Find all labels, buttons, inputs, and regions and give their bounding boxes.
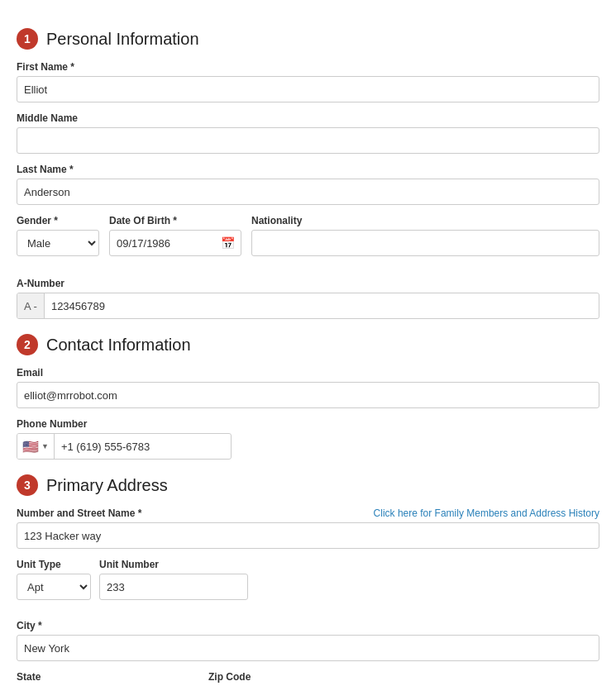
- middle-name-group: Middle Name: [17, 112, 599, 154]
- a-number-input[interactable]: [45, 293, 599, 318]
- zip-label: Zip Code: [208, 671, 599, 683]
- email-label: Email: [17, 367, 599, 379]
- personal-info-title: Personal Information: [46, 30, 199, 49]
- email-group: Email: [17, 367, 599, 408]
- dob-input[interactable]: [109, 230, 241, 256]
- city-group: City *: [17, 620, 599, 661]
- middle-name-input[interactable]: [17, 127, 599, 154]
- nationality-group: Nationality: [251, 215, 599, 256]
- state-group: State New York California Texas Florida: [17, 671, 198, 686]
- last-name-input[interactable]: [17, 179, 599, 205]
- unit-number-label: Unit Number: [99, 559, 248, 570]
- gender-group: Gender * Male Female Other: [17, 215, 99, 256]
- zip-group: Zip Code: [208, 671, 599, 686]
- street-group: Number and Street Name * Click here for …: [17, 507, 599, 549]
- family-members-link[interactable]: Click here for Family Members and Addres…: [374, 507, 599, 519]
- unit-row: Unit Type Apt Suite Unit Floor Unit Numb…: [17, 559, 599, 610]
- flag-chevron-icon: ▼: [41, 442, 49, 450]
- phone-input[interactable]: [55, 434, 231, 459]
- a-number-wrapper: A -: [17, 293, 599, 319]
- last-name-group: Last Name *: [17, 164, 599, 205]
- gender-label: Gender *: [17, 215, 99, 226]
- unit-type-group: Unit Type Apt Suite Unit Floor: [17, 559, 91, 600]
- nationality-input[interactable]: [251, 230, 599, 256]
- last-name-label: Last Name *: [17, 164, 599, 175]
- first-name-label: First Name *: [17, 61, 599, 73]
- city-label: City *: [17, 620, 599, 631]
- street-label: Number and Street Name *: [17, 507, 141, 519]
- phone-wrapper: 🇺🇸 ▼: [17, 433, 232, 460]
- section-3-number: 3: [17, 474, 38, 496]
- dob-group: Date Of Birth * 📅: [109, 215, 241, 256]
- state-zip-row: State New York California Texas Florida …: [17, 671, 599, 686]
- unit-type-select[interactable]: Apt Suite Unit Floor: [17, 574, 91, 600]
- contact-info-title: Contact Information: [46, 336, 191, 355]
- first-name-input[interactable]: [17, 76, 599, 102]
- street-header-row: Number and Street Name * Click here for …: [17, 507, 599, 519]
- phone-flag-button[interactable]: 🇺🇸 ▼: [17, 434, 55, 459]
- phone-label: Phone Number: [17, 418, 599, 430]
- phone-group: Phone Number 🇺🇸 ▼: [17, 418, 599, 460]
- middle-name-label: Middle Name: [17, 112, 599, 124]
- a-number-label: A-Number: [17, 278, 599, 289]
- us-flag-icon: 🇺🇸: [22, 439, 39, 455]
- a-number-prefix: A -: [17, 293, 45, 318]
- nationality-label: Nationality: [251, 215, 599, 226]
- a-number-group: A-Number A -: [17, 278, 599, 319]
- address-title: Primary Address: [46, 476, 168, 495]
- city-input[interactable]: [17, 635, 599, 661]
- section-2-number: 2: [17, 334, 38, 355]
- section-1-number: 1: [17, 28, 38, 50]
- unit-number-group: Unit Number: [99, 559, 248, 600]
- gender-select[interactable]: Male Female Other: [17, 230, 99, 256]
- contact-info-section-header: 2 Contact Information: [17, 334, 599, 355]
- gender-dob-nationality-row: Gender * Male Female Other Date Of Birth…: [17, 215, 599, 266]
- email-input[interactable]: [17, 382, 599, 408]
- unit-number-input[interactable]: [99, 574, 248, 600]
- street-input[interactable]: [17, 522, 599, 549]
- first-name-group: First Name *: [17, 61, 599, 102]
- address-section-header: 3 Primary Address: [17, 474, 599, 496]
- unit-type-label: Unit Type: [17, 559, 91, 570]
- dob-label: Date Of Birth *: [109, 215, 241, 226]
- personal-info-section-header: 1 Personal Information: [17, 28, 599, 50]
- state-label: State: [17, 671, 198, 683]
- dob-wrapper: 📅: [109, 230, 241, 256]
